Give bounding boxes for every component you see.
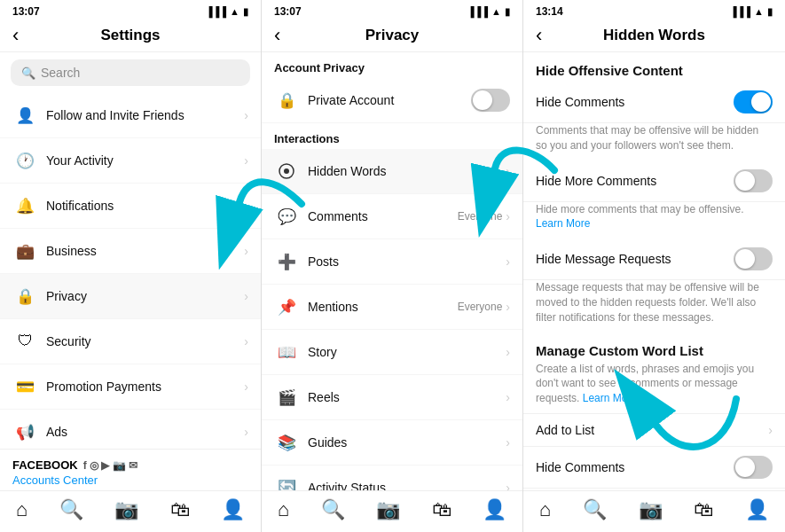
menu-item-privacy[interactable]: 🔒 Privacy › xyxy=(0,274,261,319)
guides-icon: 📚 xyxy=(274,430,299,455)
chevron-notifications: › xyxy=(244,199,248,213)
menu-item-business[interactable]: 💼 Business › xyxy=(0,229,261,274)
chevron-promotion: › xyxy=(244,379,248,394)
settings-title: Settings xyxy=(100,27,160,44)
shop-nav-2[interactable]: 🛍 xyxy=(432,498,451,521)
search-nav-1[interactable]: 🔍 xyxy=(59,498,83,521)
story-item[interactable]: 📖 Story › xyxy=(262,330,522,375)
hide-msg-toggle-1[interactable] xyxy=(734,247,773,270)
security-icon: 🛡 xyxy=(12,329,37,354)
guides-item[interactable]: 📚 Guides › xyxy=(262,420,522,466)
activity-status-item[interactable]: 🔄 Activity Status › xyxy=(262,466,522,490)
status-icons-2: ▐▐▐ ▲ ▮ xyxy=(467,6,510,18)
shop-nav-3[interactable]: 🛍 xyxy=(694,498,713,521)
battery-icon: ▮ xyxy=(243,6,248,18)
menu-item-activity[interactable]: 🕐 Your Activity › xyxy=(0,138,261,184)
hide-more-comments-row[interactable]: Hide More Comments xyxy=(523,160,785,202)
interactions-header: Interactions xyxy=(262,123,522,149)
private-account-item[interactable]: 🔒 Private Account xyxy=(262,78,522,123)
home-nav-2[interactable]: ⌂ xyxy=(278,498,289,521)
hide-comments-toggle-1[interactable] xyxy=(734,90,773,113)
hidden-words-item[interactable]: Hidden Words › xyxy=(262,149,522,194)
hidden-words-icon xyxy=(274,159,299,184)
search-icon: 🔍 xyxy=(21,66,35,80)
camera-nav-2[interactable]: 📷 xyxy=(376,498,400,521)
chevron-hidden-words: › xyxy=(506,164,510,178)
battery-icon-3: ▮ xyxy=(767,6,773,18)
privacy-title: Privacy xyxy=(365,27,420,44)
hide-msg-label-1: Hide Message Requests xyxy=(536,252,734,266)
wifi-icon-3: ▲ xyxy=(754,6,764,17)
follow-icon: 👤 xyxy=(12,103,37,128)
mentions-item[interactable]: 📌 Mentions Everyone › xyxy=(262,285,522,330)
mentions-label: Mentions xyxy=(308,300,458,314)
camera-nav-1[interactable]: 📷 xyxy=(114,498,138,521)
hide-comments-desc-1: Comments that may be offensive will be h… xyxy=(523,123,785,160)
hide-more-comments-toggle[interactable] xyxy=(734,169,773,192)
hide-more-comments-desc: Hide more comments that may be offensive… xyxy=(523,202,785,239)
chevron-security: › xyxy=(244,334,248,348)
profile-nav-3[interactable]: 👤 xyxy=(745,498,769,521)
time-1: 13:07 xyxy=(12,5,40,18)
signal-icon-3: ▐▐▐ xyxy=(730,6,750,17)
privacy-header: ‹ Privacy xyxy=(262,21,522,52)
posts-item[interactable]: ➕ Posts › xyxy=(262,239,522,285)
wifi-icon-2: ▲ xyxy=(491,6,501,17)
mentions-icon: 📌 xyxy=(274,294,299,319)
hide-comments-row-1[interactable]: Hide Comments xyxy=(523,82,785,123)
hide-more-comments-label: Hide More Comments xyxy=(536,174,734,188)
learn-more-link-2[interactable]: Learn More xyxy=(583,392,637,404)
home-nav-1[interactable]: ⌂ xyxy=(16,498,27,521)
story-icon: 📖 xyxy=(274,340,299,364)
accounts-center-link[interactable]: Accounts Center xyxy=(12,473,248,487)
posts-label: Posts xyxy=(308,254,506,269)
chevron-guides: › xyxy=(506,435,510,450)
hide-comments-label-2: Hide Comments xyxy=(536,460,734,474)
home-nav-3[interactable]: ⌂ xyxy=(539,498,551,521)
activity-status-icon: 🔄 xyxy=(274,475,299,490)
reels-item[interactable]: 🎬 Reels › xyxy=(262,375,522,420)
hide-comments-row-2[interactable]: Hide Comments xyxy=(523,447,785,489)
menu-item-security[interactable]: 🛡 Security › xyxy=(0,319,261,364)
shop-nav-1[interactable]: 🛍 xyxy=(170,498,190,521)
wifi-icon: ▲ xyxy=(230,6,239,17)
chevron-ads: › xyxy=(244,425,248,439)
social-icons: f ◎ ▶ 📷 ✉ xyxy=(83,459,137,472)
notifications-icon: 🔔 xyxy=(12,193,37,218)
add-to-list-row[interactable]: Add to List › xyxy=(523,413,785,447)
comments-item[interactable]: 💬 Comments Everyone › xyxy=(262,194,522,239)
signal-icon: ▐▐▐ xyxy=(206,6,226,17)
status-bar-3: 13:14 ▐▐▐ ▲ ▮ xyxy=(523,0,785,21)
menu-item-notifications[interactable]: 🔔 Notifications › xyxy=(0,184,261,229)
camera-nav-3[interactable]: 📷 xyxy=(639,498,663,521)
private-account-label: Private Account xyxy=(308,93,471,107)
status-bar-1: 13:07 ▐▐▐ ▲ ▮ xyxy=(0,0,261,21)
business-label: Business xyxy=(46,244,244,258)
search-nav-3[interactable]: 🔍 xyxy=(583,498,607,521)
search-bar[interactable]: 🔍 Search xyxy=(11,59,250,86)
menu-item-follow[interactable]: 👤 Follow and Invite Friends › xyxy=(0,93,261,138)
chevron-activity-status: › xyxy=(506,481,510,490)
hide-comments-toggle-2[interactable] xyxy=(734,456,773,479)
lock-icon: 🔒 xyxy=(274,88,299,113)
profile-nav-1[interactable]: 👤 xyxy=(221,498,245,521)
learn-more-link-1[interactable]: Learn More xyxy=(536,217,590,230)
comments-sublabel: Everyone xyxy=(458,210,503,223)
menu-item-ads[interactable]: 📢 Ads › xyxy=(0,410,261,449)
back-button-2[interactable]: ‹ xyxy=(274,24,280,47)
private-account-toggle[interactable] xyxy=(471,89,510,112)
back-button-1[interactable]: ‹ xyxy=(12,24,19,47)
reels-label: Reels xyxy=(308,390,506,404)
back-button-3[interactable]: ‹ xyxy=(536,24,542,47)
chevron-comments: › xyxy=(506,209,510,223)
search-nav-2[interactable]: 🔍 xyxy=(321,498,345,521)
chevron-story: › xyxy=(506,345,510,359)
profile-nav-2[interactable]: 👤 xyxy=(483,498,506,521)
bottom-nav-2: ⌂ 🔍 📷 🛍 👤 xyxy=(262,490,522,532)
svg-point-1 xyxy=(284,168,289,174)
chevron-privacy: › xyxy=(244,289,248,303)
notifications-label: Notifications xyxy=(46,199,244,213)
menu-item-promotion[interactable]: 💳 Promotion Payments › xyxy=(0,364,261,410)
hide-msg-requests-row-1[interactable]: Hide Message Requests xyxy=(523,239,785,280)
facebook-footer: FACEBOOK f ◎ ▶ 📷 ✉ Accounts Center xyxy=(0,449,261,490)
